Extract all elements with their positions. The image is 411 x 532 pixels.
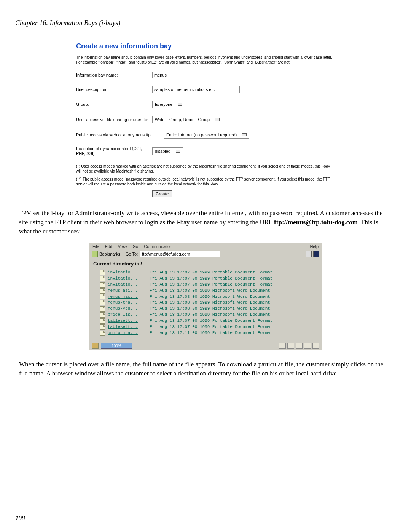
menu-file[interactable]: File <box>92 244 99 249</box>
row-user-access: User access via file sharing or user ftp… <box>76 116 335 123</box>
row-group: Group: Everyone <box>76 101 335 108</box>
file-row: uniform-a...Fri Aug 13 17:11:00 1999 Por… <box>100 330 318 336</box>
label-public-access: Public access via web or anonymous ftp: <box>76 133 152 137</box>
chevron-down-icon <box>176 150 180 153</box>
menu-view[interactable]: View <box>118 244 127 249</box>
menu-go[interactable]: Go <box>133 244 139 249</box>
row-name: Information bay name: <box>76 72 335 78</box>
file-icon <box>100 300 105 305</box>
label-name: Information bay name: <box>76 73 152 77</box>
file-link[interactable]: menus-asi... <box>108 288 150 294</box>
file-icon <box>100 324 105 330</box>
menu-bar: File Edit View Go Communicator Help <box>89 243 322 249</box>
page-number: 108 <box>15 514 25 522</box>
file-link[interactable]: tablesett... <box>108 318 150 324</box>
footnote-1: (*) User access modes marked with an ast… <box>76 164 335 174</box>
label-user-access: User access via file sharing or user ftp… <box>76 117 152 122</box>
file-icon <box>100 312 105 318</box>
file-icon <box>100 331 105 336</box>
file-info: Fri Aug 13 17:07:00 1999 Portable Docume… <box>150 324 272 330</box>
file-icon <box>100 288 105 294</box>
select-user-access-value: Write = Group, Read = Group <box>155 117 210 122</box>
paragraph-1: TPV set the i-bay for Administrator-only… <box>19 209 392 236</box>
file-icon <box>100 270 105 275</box>
file-info: Fri Aug 13 17:07:00 1999 Portable Docume… <box>150 270 272 276</box>
directory-heading: Current directory is / <box>89 259 322 270</box>
file-row: price-lis...Fri Aug 13 17:09:00 1999 Mic… <box>100 312 318 318</box>
input-ibay-name[interactable] <box>152 72 209 78</box>
file-link[interactable]: invitatio... <box>108 276 150 282</box>
file-link[interactable]: uniform-a... <box>108 330 150 336</box>
file-info: Fri Aug 13 17:08:00 1999 Microsoft Word … <box>150 294 270 300</box>
select-dynamic-value: disabled <box>155 149 170 153</box>
create-button[interactable]: Create <box>152 190 172 197</box>
file-row: invitatio...Fri Aug 13 17:07:00 1999 Por… <box>100 276 318 282</box>
panel-title: Create a new information bay <box>76 42 335 50</box>
status-bar: 100% <box>89 342 322 350</box>
file-link[interactable]: tablesett... <box>108 324 150 330</box>
select-user-access[interactable]: Write = Group, Read = Group <box>152 116 222 123</box>
file-icon <box>100 294 105 299</box>
row-dynamic: Execution of dynamic content (CGI, PHP, … <box>76 146 335 156</box>
file-info: Fri Aug 13 17:09:00 1999 Microsoft Word … <box>150 312 270 318</box>
label-desc: Brief description: <box>76 87 152 92</box>
netscape-icon[interactable] <box>313 251 319 257</box>
toolbar-icon[interactable] <box>306 251 312 257</box>
row-desc: Brief description: <box>76 86 335 93</box>
file-info: Fri Aug 13 17:07:00 1999 Portable Docume… <box>150 282 272 288</box>
file-row: invitatio...Fri Aug 13 17:07:00 1999 Por… <box>100 282 318 288</box>
footnote-2: (**) The public access mode "password re… <box>76 177 335 187</box>
file-info: Fri Aug 13 17:08:00 1999 Microsoft Word … <box>150 306 270 312</box>
chevron-down-icon <box>242 133 247 136</box>
file-info: Fri Aug 13 17:08:00 1999 Microsoft Word … <box>150 300 270 306</box>
progress-bar: 100% <box>101 343 132 349</box>
file-row: invitatio...Fri Aug 13 17:07:00 1999 Por… <box>100 270 318 276</box>
file-list: invitatio...Fri Aug 13 17:07:00 1999 Por… <box>89 270 322 342</box>
input-description[interactable] <box>152 86 240 93</box>
bookmarks-icon[interactable] <box>92 251 98 257</box>
file-row: menus-asi...Fri Aug 13 17:08:00 1999 Mic… <box>100 288 318 294</box>
file-link[interactable]: menus-veg... <box>108 306 150 312</box>
menu-help[interactable]: Help <box>310 244 319 249</box>
select-public-access[interactable]: Entire Internet (no password required) <box>164 131 249 139</box>
menu-edit[interactable]: Edit <box>105 244 112 249</box>
label-dynamic: Execution of dynamic content (CGI, PHP, … <box>76 146 152 156</box>
file-link[interactable]: invitatio... <box>108 270 150 276</box>
menu-communicator[interactable]: Communicator <box>144 244 171 249</box>
file-row: menus-veg...Fri Aug 13 17:08:00 1999 Mic… <box>100 306 318 312</box>
file-info: Fri Aug 13 17:07:00 1999 Portable Docume… <box>150 318 272 324</box>
chevron-down-icon <box>215 118 220 121</box>
status-icon[interactable] <box>312 343 319 349</box>
file-info: Fri Aug 13 17:08:00 1999 Microsoft Word … <box>150 288 270 294</box>
status-icon[interactable] <box>304 343 311 349</box>
status-icon[interactable] <box>296 343 303 349</box>
file-row: menus-mac...Fri Aug 13 17:08:00 1999 Mic… <box>100 294 318 300</box>
file-row: tablesett...Fri Aug 13 17:07:00 1999 Por… <box>100 318 318 324</box>
goto-label: Go To: <box>126 252 138 256</box>
url-input[interactable] <box>140 251 220 257</box>
toolbar: Bookmarks Go To: <box>89 249 322 259</box>
file-icon <box>100 282 105 288</box>
status-icon[interactable] <box>279 343 286 349</box>
select-group[interactable]: Everyone <box>152 101 185 108</box>
file-row: menus-tra...Fri Aug 13 17:08:00 1999 Mic… <box>100 300 318 306</box>
para1-url: ftp://menus@ftp.tofu-dog.com <box>274 219 358 226</box>
select-dynamic[interactable]: disabled <box>152 147 183 155</box>
select-group-value: Everyone <box>155 102 172 107</box>
file-icon <box>100 276 105 281</box>
chapter-heading: Chapter 16. Information Bays (i-bays) <box>15 19 396 27</box>
status-icon[interactable] <box>287 343 294 349</box>
lock-icon <box>92 343 99 349</box>
row-public-access: Public access via web or anonymous ftp: … <box>76 131 335 139</box>
bookmarks-label[interactable]: Bookmarks <box>99 252 120 256</box>
intro-text: The information bay name should contain … <box>76 55 335 65</box>
ftp-browser-window: File Edit View Go Communicator Help Book… <box>89 243 322 350</box>
file-link[interactable]: invitatio... <box>108 282 150 288</box>
file-row: tablesett...Fri Aug 13 17:07:00 1999 Por… <box>100 324 318 330</box>
file-link[interactable]: price-lis... <box>108 312 150 318</box>
file-link[interactable]: menus-mac... <box>108 294 150 300</box>
label-group: Group: <box>76 102 152 107</box>
create-ibay-panel: Create a new information bay The informa… <box>76 42 335 197</box>
file-link[interactable]: menus-tra... <box>108 300 150 306</box>
file-icon <box>100 318 105 324</box>
